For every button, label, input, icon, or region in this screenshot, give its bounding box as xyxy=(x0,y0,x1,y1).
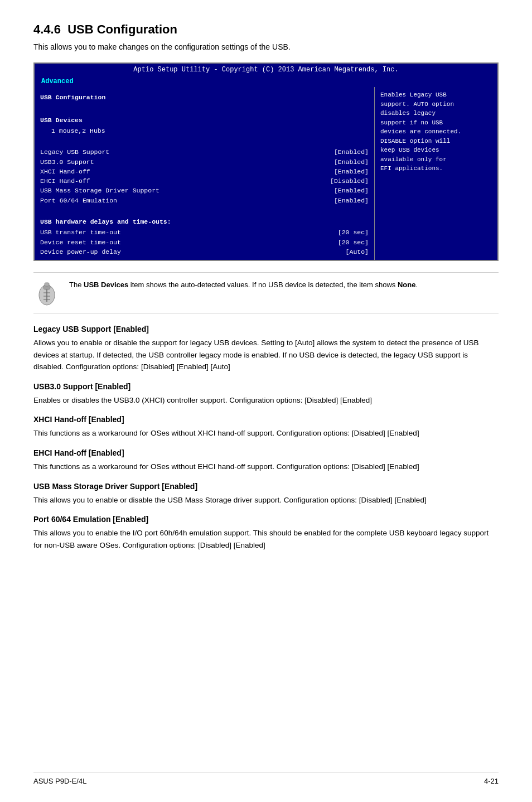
content-body: Enables or disables the USB3.0 (XHCI) co… xyxy=(33,394,499,407)
content-section: XHCI Hand-off [Enabled]This functions as… xyxy=(33,415,499,439)
page-footer: ASUS P9D-E/4L 4-21 xyxy=(33,772,499,785)
bios-right-line: disables legacy xyxy=(380,109,492,118)
content-section: Legacy USB Support [Enabled]Allows you t… xyxy=(33,325,499,373)
note-icon xyxy=(33,279,60,306)
note-text-before: The xyxy=(69,281,84,289)
note-text-after: . xyxy=(415,281,418,289)
bios-row: Port 60/64 Emulation[Enabled] xyxy=(40,196,369,205)
content-heading: XHCI Hand-off [Enabled] xyxy=(33,415,499,424)
content-body: This functions as a workaround for OSes … xyxy=(33,427,499,439)
content-body: This functions as a workaround for OSes … xyxy=(33,461,499,473)
section-intro: This allows you to make changes on the c… xyxy=(33,42,499,51)
bios-usb-devices-title: USB Devices xyxy=(40,115,369,125)
bios-row: Legacy USB Support[Enabled] xyxy=(40,147,369,157)
bios-right-line: support. AUTO option xyxy=(380,100,492,109)
content-heading: Port 60/64 Emulation [Enabled] xyxy=(33,515,499,524)
bios-right-line: DISABLE option will xyxy=(380,137,492,146)
bios-right-line: devices are connected. xyxy=(380,127,492,137)
section-title: 4.4.6 USB Configuration xyxy=(33,22,499,37)
bios-right-panel: Enables Legacy USBsupport. AUTO optiondi… xyxy=(375,87,497,260)
bios-delay-row: Device reset time-out[20 sec] xyxy=(40,238,369,247)
content-section: USB3.0 Support [Enabled]Enables or disab… xyxy=(33,382,499,407)
bios-body: USB Configuration USB Devices 1 mouse,2 … xyxy=(35,87,497,260)
content-heading: Legacy USB Support [Enabled] xyxy=(33,325,499,334)
bios-tab-advanced: Advanced xyxy=(39,77,76,86)
content-sections: Legacy USB Support [Enabled]Allows you t… xyxy=(33,325,499,551)
bios-row: USB3.0 Support[Enabled] xyxy=(40,157,369,167)
note-bold2: None xyxy=(398,281,416,289)
content-heading: USB3.0 Support [Enabled] xyxy=(33,382,499,391)
bios-header: Aptio Setup Utility - Copyright (C) 2013… xyxy=(35,64,497,76)
note-bold1: USB Devices xyxy=(84,281,128,289)
content-section: USB Mass Storage Driver Support [Enabled… xyxy=(33,482,499,506)
bios-right-line: EFI applications. xyxy=(380,164,492,173)
bios-row: EHCI Hand-off[Disabled] xyxy=(40,176,369,186)
content-heading: EHCI Hand-off [Enabled] xyxy=(33,448,499,457)
content-section: EHCI Hand-off [Enabled]This functions as… xyxy=(33,448,499,473)
bios-tab-bar: Advanced xyxy=(35,76,497,87)
bios-config-rows: Legacy USB Support[Enabled]USB3.0 Suppor… xyxy=(40,147,369,205)
bios-delay-rows: USB transfer time-out[20 sec]Device rese… xyxy=(40,228,369,257)
bios-usb-config-title: USB Configuration xyxy=(40,93,369,102)
bios-right-line: Enables Legacy USB xyxy=(380,90,492,100)
bios-right-line: support if no USB xyxy=(380,118,492,128)
bios-screen: Aptio Setup Utility - Copyright (C) 2013… xyxy=(33,62,499,261)
content-heading: USB Mass Storage Driver Support [Enabled… xyxy=(33,482,499,491)
bios-delay-row: USB transfer time-out[20 sec] xyxy=(40,228,369,237)
bios-row: XHCI Hand-off[Enabled] xyxy=(40,167,369,176)
bios-delay-row: Device power-up delay[Auto] xyxy=(40,247,369,257)
bios-row: USB Mass Storage Driver Support[Enabled] xyxy=(40,186,369,195)
content-section: Port 60/64 Emulation [Enabled]This allow… xyxy=(33,515,499,551)
footer-left: ASUS P9D-E/4L xyxy=(33,777,86,785)
bios-right-line: keep USB devices xyxy=(380,146,492,155)
bios-right-line: available only for xyxy=(380,155,492,165)
bios-left-panel: USB Configuration USB Devices 1 mouse,2 … xyxy=(35,87,375,260)
bios-usb-devices-value: 1 mouse,2 Hubs xyxy=(40,126,369,136)
bios-right-text: Enables Legacy USBsupport. AUTO optiondi… xyxy=(380,90,492,173)
content-body: This allows you to enable the I/O port 6… xyxy=(33,527,499,551)
note-text: The USB Devices item shows the auto-dete… xyxy=(69,279,418,291)
bios-delays-heading: USB hardware delays and time-outs: xyxy=(40,217,369,226)
footer-right: 4-21 xyxy=(484,777,499,785)
svg-rect-2 xyxy=(45,283,49,286)
content-body: Allows you to enable or disable the supp… xyxy=(33,337,499,373)
note-text-middle: item shows the auto-detected values. If … xyxy=(128,281,398,289)
content-body: This allows you to enable or disable the… xyxy=(33,494,499,506)
note-box: The USB Devices item shows the auto-dete… xyxy=(33,272,499,313)
